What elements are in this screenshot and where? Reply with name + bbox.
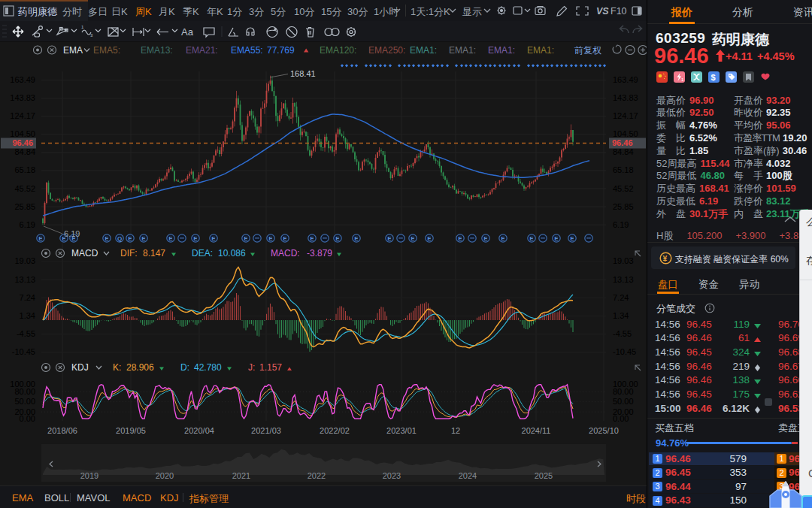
- svg-text:-10.45: -10.45: [12, 347, 35, 356]
- svg-text:163.49: 163.49: [10, 75, 35, 84]
- svg-text:2024: 2024: [459, 471, 477, 480]
- svg-text:2022/02: 2022/02: [320, 426, 350, 435]
- svg-text:E: E: [354, 235, 359, 242]
- svg-text:80.00: 80.00: [613, 387, 634, 396]
- svg-text:124.17: 124.17: [10, 111, 35, 120]
- svg-text:77.769: 77.769: [267, 45, 295, 56]
- svg-text:E: E: [554, 235, 559, 242]
- svg-text:E: E: [283, 235, 287, 242]
- svg-text:65.18: 65.18: [14, 165, 35, 174]
- svg-text:$: $: [711, 73, 716, 82]
- svg-text:2021/03: 2021/03: [251, 426, 281, 435]
- svg-text:104.50: 104.50: [10, 129, 35, 138]
- svg-text:45.52: 45.52: [613, 184, 634, 193]
- svg-text:2020: 2020: [156, 471, 174, 480]
- svg-text:2021: 2021: [232, 471, 250, 480]
- svg-text:2020/04: 2020/04: [184, 426, 214, 435]
- svg-text:E: E: [529, 235, 534, 242]
- svg-text:MACD:: MACD:: [271, 248, 300, 259]
- svg-text:E: E: [335, 235, 340, 242]
- svg-text:50.00: 50.00: [613, 397, 634, 406]
- svg-text:104.50: 104.50: [613, 129, 638, 138]
- svg-text:E: E: [570, 235, 574, 242]
- svg-text:E: E: [483, 235, 488, 242]
- svg-text:EMA: EMA: [63, 45, 83, 56]
- svg-text:13.13: 13.13: [14, 275, 35, 284]
- svg-text:163.49: 163.49: [613, 75, 638, 84]
- svg-text:6.19: 6.19: [20, 220, 35, 229]
- svg-text:65.18: 65.18: [613, 165, 634, 174]
- svg-text:25.85: 25.85: [613, 202, 634, 211]
- svg-text:KDJ: KDJ: [71, 362, 89, 373]
- svg-text:E: E: [38, 235, 43, 242]
- svg-text:2023/01: 2023/01: [386, 426, 417, 435]
- svg-text:-10.45: -10.45: [613, 347, 636, 356]
- svg-text:E: E: [211, 235, 216, 242]
- svg-text:25.85: 25.85: [14, 202, 35, 211]
- svg-text:E: E: [128, 235, 132, 242]
- svg-text:F10: F10: [611, 6, 627, 17]
- svg-text:1.157: 1.157: [259, 362, 282, 373]
- svg-text:EMA5:: EMA5:: [93, 45, 120, 56]
- svg-text:Aa: Aa: [181, 26, 194, 38]
- svg-text:E: E: [193, 235, 198, 242]
- svg-text:EMA1:: EMA1:: [410, 45, 437, 56]
- svg-text:E: E: [141, 235, 146, 242]
- svg-text:EMA1:: EMA1:: [527, 45, 554, 56]
- svg-text:80.00: 80.00: [14, 387, 35, 396]
- svg-text:E: E: [427, 235, 432, 242]
- svg-text:E: E: [310, 235, 314, 242]
- svg-text:2019/05: 2019/05: [116, 426, 146, 435]
- svg-text:Q: Q: [117, 235, 122, 242]
- svg-text:EMA1:: EMA1:: [449, 45, 476, 56]
- svg-text:6.19: 6.19: [613, 220, 629, 229]
- svg-text:EMA55:: EMA55:: [231, 45, 263, 56]
- svg-text:143.83: 143.83: [613, 93, 638, 102]
- svg-text:E: E: [458, 235, 462, 242]
- svg-text:12: 12: [451, 426, 460, 435]
- svg-text:EMA13:: EMA13:: [141, 45, 173, 56]
- svg-text:84.84: 84.84: [14, 147, 35, 156]
- svg-text:2024/11: 2024/11: [522, 426, 551, 435]
- svg-text:0.00: 0.00: [613, 414, 629, 423]
- svg-text:EMA1:: EMA1:: [488, 45, 515, 56]
- svg-text:EMA120:: EMA120:: [320, 45, 356, 56]
- svg-text:168.41: 168.41: [290, 69, 316, 78]
- svg-text:J:: J:: [248, 362, 255, 373]
- svg-text:96.46: 96.46: [12, 138, 33, 147]
- svg-text:前复权: 前复权: [574, 45, 601, 56]
- svg-text:2023: 2023: [383, 471, 401, 480]
- svg-text:K:: K:: [113, 362, 121, 373]
- svg-text:7.24: 7.24: [613, 293, 629, 302]
- svg-text:EMA21:: EMA21:: [186, 45, 218, 56]
- svg-text:DIF:: DIF:: [120, 248, 138, 259]
- svg-text:19.03: 19.03: [14, 256, 35, 265]
- svg-text:0.00: 0.00: [20, 414, 35, 423]
- svg-text:-3.879: -3.879: [307, 248, 332, 259]
- svg-text:¥: ¥: [663, 254, 668, 263]
- svg-text:1: 1: [81, 25, 84, 29]
- svg-text:2022: 2022: [308, 471, 326, 480]
- svg-text:2025: 2025: [535, 471, 553, 480]
- svg-text:19.03: 19.03: [613, 256, 634, 265]
- svg-text:28.906: 28.906: [126, 362, 154, 373]
- svg-text:124.17: 124.17: [613, 111, 638, 120]
- svg-text:84.84: 84.84: [613, 147, 634, 156]
- svg-text:E: E: [168, 235, 173, 242]
- svg-text:13.13: 13.13: [613, 275, 634, 284]
- svg-text:3: 3: [90, 33, 93, 38]
- svg-text:45.52: 45.52: [14, 184, 35, 193]
- svg-text:8.147: 8.147: [143, 248, 165, 259]
- svg-text:E: E: [268, 235, 273, 242]
- svg-text:143.83: 143.83: [10, 93, 35, 102]
- svg-text:MACD: MACD: [71, 248, 98, 259]
- svg-text:10.086: 10.086: [218, 248, 246, 259]
- svg-text:E: E: [105, 235, 109, 242]
- svg-text:1.34: 1.34: [20, 311, 35, 320]
- svg-text:DEA:: DEA:: [192, 248, 213, 259]
- svg-text:D:: D:: [180, 362, 189, 373]
- svg-text:96.46: 96.46: [612, 138, 633, 147]
- svg-text:2019: 2019: [80, 471, 98, 480]
- svg-text:42.780: 42.780: [194, 362, 222, 373]
- svg-text:E: E: [411, 235, 415, 242]
